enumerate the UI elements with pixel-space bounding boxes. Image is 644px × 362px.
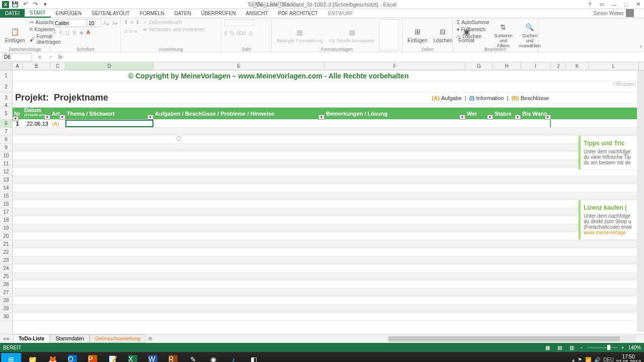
tb-app4-icon[interactable]: ◧ <box>245 353 263 362</box>
row-1[interactable]: 1 <box>0 70 12 81</box>
col-E[interactable]: E <box>153 62 325 70</box>
row-5[interactable]: 5 <box>0 108 12 120</box>
fill-button[interactable]: ▾ Füllbereich <box>456 26 490 33</box>
align-right-icon[interactable]: ≡ <box>134 28 137 34</box>
tb-app3-icon[interactable]: ◉ <box>204 353 222 362</box>
sheet-nav-next-icon[interactable]: ▸ <box>7 335 10 342</box>
delete-cells-button[interactable]: ⊟Löschen <box>431 19 454 51</box>
row-14[interactable]: 14 <box>0 184 12 192</box>
zoom-out-icon[interactable]: − <box>580 345 583 350</box>
sheet-tab-anleitung[interactable]: Gebrauchsanleitung <box>90 334 146 343</box>
col-D[interactable]: D <box>65 62 153 70</box>
font-color-icon[interactable]: A <box>87 30 90 35</box>
row-16[interactable]: 16 <box>0 200 12 208</box>
cell-datum[interactable]: 22.06.13 <box>23 120 50 127</box>
row-9[interactable]: 9 <box>0 144 12 152</box>
normal-view-icon[interactable]: ▦ <box>544 344 552 351</box>
align-center-icon[interactable]: ≡ <box>129 28 132 34</box>
cell-bemerk[interactable] <box>325 120 465 127</box>
tab-pagelayout[interactable]: SEITENLAYOUT <box>87 9 134 18</box>
system-tray[interactable]: ▴ ⚑ 📶 🔊 DEU <box>572 357 614 363</box>
tb-notepad-icon[interactable]: 📝 <box>104 353 122 362</box>
merge-button[interactable]: ⬌ Verbinden und zentrieren <box>142 26 206 33</box>
filter-biswann-icon[interactable]: ▾ <box>545 115 551 120</box>
row-4[interactable]: 4 <box>0 104 12 108</box>
start-button[interactable]: ⊞ <box>1 353 21 362</box>
name-box[interactable]: D6 <box>2 53 32 61</box>
horizontal-scrollbar[interactable] <box>387 335 636 342</box>
col-H[interactable]: H <box>493 62 521 70</box>
bold-icon[interactable]: F <box>53 30 56 35</box>
find-select-button[interactable]: 🔍Suchen und Auswählen <box>517 19 543 51</box>
tb-itunes-icon[interactable]: ♪ <box>224 353 243 362</box>
fx-icon[interactable]: fx <box>58 54 62 60</box>
row-28[interactable]: 28 <box>0 297 12 305</box>
row-25[interactable]: 25 <box>0 273 12 281</box>
col-K[interactable]: K <box>566 62 589 70</box>
grow-font-icon[interactable]: A▴ <box>102 19 110 27</box>
currency-icon[interactable]: € <box>224 30 227 36</box>
save-icon[interactable]: 💾 <box>11 1 19 8</box>
cell-wer[interactable] <box>465 120 493 127</box>
col-J[interactable]: J <box>551 62 566 70</box>
row-30[interactable]: 30 <box>0 313 12 321</box>
ribbon-options-icon[interactable]: ▭ <box>596 0 608 9</box>
cell-biswann[interactable] <box>521 120 551 127</box>
empty-row[interactable] <box>13 128 551 135</box>
tab-review[interactable]: ÜBERPRÜFEN <box>196 9 241 18</box>
row-10[interactable]: 10 <box>0 152 12 160</box>
tab-view[interactable]: ANSICHT <box>241 9 273 18</box>
italic-icon[interactable]: K <box>59 30 63 35</box>
data-row-1[interactable]: 1 22.06.13 (A) <box>13 120 644 128</box>
row-20[interactable]: 20 <box>0 232 12 240</box>
inc-decimal-icon[interactable]: .0 <box>248 30 252 36</box>
tb-excel-icon[interactable]: X <box>124 353 142 362</box>
table-format-button[interactable]: ▦Als Tabelle formatieren <box>327 19 377 51</box>
col-B[interactable]: B <box>23 62 50 70</box>
pagebreak-view-icon[interactable]: ▥ <box>568 344 576 351</box>
tb-outlook-icon[interactable]: O <box>63 353 82 362</box>
row-17[interactable]: 17 <box>0 208 12 216</box>
filter-bemerk-icon[interactable]: ▾ <box>459 115 465 120</box>
cell-styles-gallery[interactable] <box>379 19 399 51</box>
row-8[interactable]: 8 <box>0 136 12 144</box>
pagelayout-view-icon[interactable]: ▤ <box>556 344 564 351</box>
sheet-nav-prev-icon[interactable]: ◂ <box>3 335 6 342</box>
filter-status-icon[interactable]: ▾ <box>515 115 521 120</box>
row-24[interactable]: 24 <box>0 264 12 273</box>
row-27[interactable]: 27 <box>0 289 12 297</box>
cell-art[interactable]: (A) <box>50 120 65 127</box>
filter-art-icon[interactable]: ▾ <box>59 115 65 120</box>
filter-datum-icon[interactable]: ▾ <box>44 115 50 120</box>
row-19[interactable]: 19 <box>0 224 12 232</box>
row-15[interactable]: 15 <box>0 192 12 200</box>
sheet-tab-todo[interactable]: ToDo-Liste <box>13 334 50 343</box>
row-29[interactable]: 29 <box>0 305 12 313</box>
paste-button[interactable]: 📋Einfügen <box>3 19 27 51</box>
underline-icon[interactable]: U <box>66 30 69 35</box>
col-C[interactable]: C <box>50 62 65 70</box>
help-icon[interactable]: ? <box>584 0 596 9</box>
clear-button[interactable]: ◇ Löschen <box>456 33 490 40</box>
license-link[interactable]: www.meinevorlage <box>584 230 641 235</box>
filter-wer-icon[interactable]: ▾ <box>487 115 493 120</box>
tab-data[interactable]: DATEN <box>170 9 196 18</box>
align-top-icon[interactable]: ⬆ <box>124 19 128 26</box>
cells[interactable]: © Copyright by MeineVorlagen – www.Meine… <box>13 70 644 334</box>
add-sheet-icon[interactable]: ⊕ <box>146 335 155 342</box>
minimize-icon[interactable]: — <box>608 0 620 9</box>
zoom-slider[interactable] <box>587 347 617 348</box>
row-26[interactable]: 26 <box>0 281 12 289</box>
wrap-text-button[interactable]: ⤶ Zeilenumbruch <box>142 19 206 26</box>
maximize-icon[interactable]: □ <box>620 0 632 9</box>
align-bot-icon[interactable]: ⬇ <box>135 19 140 26</box>
cond-format-button[interactable]: ▦Bedingte Formatierung <box>275 19 325 51</box>
row-18[interactable]: 18 <box>0 216 12 224</box>
tab-formulas[interactable]: FORMELN <box>135 9 170 18</box>
row-3[interactable]: 3 <box>0 93 12 104</box>
qat-dropdown-icon[interactable]: ▾ <box>41 1 49 8</box>
filter-aufgaben-icon[interactable]: ▾ <box>318 115 325 120</box>
accept-formula-icon[interactable]: ✓ <box>47 54 54 60</box>
filter-nr-icon[interactable]: ▾ <box>13 116 19 121</box>
shrink-font-icon[interactable]: A▾ <box>111 19 119 27</box>
